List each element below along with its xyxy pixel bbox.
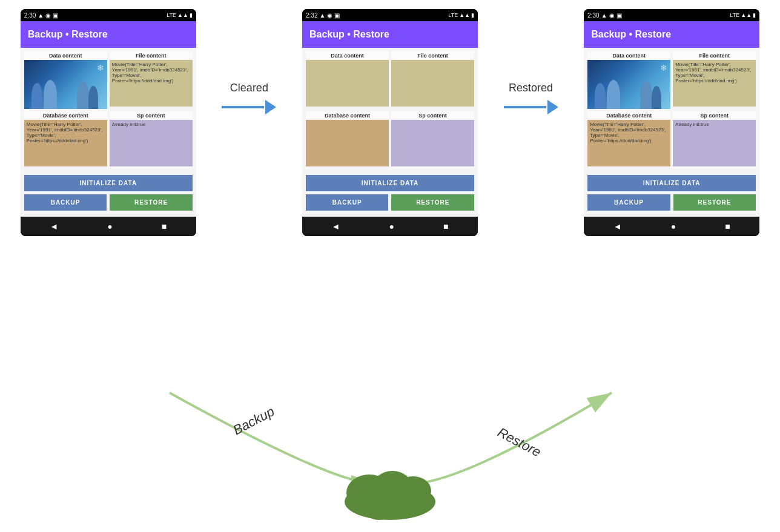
diagram-area: Backup Restore bbox=[0, 375, 780, 532]
data-content-cell-3: Data content ❄ bbox=[587, 51, 670, 109]
alert-icon-2: ▲ bbox=[319, 12, 325, 19]
signal-icon-2: ▲▲ bbox=[459, 12, 470, 18]
frozen-image-1: ❄ bbox=[24, 60, 107, 109]
back-btn-2[interactable]: ◄ bbox=[332, 222, 340, 231]
sp-content-cell-2: Sp content bbox=[391, 111, 474, 169]
cloud-bump-right bbox=[395, 476, 431, 505]
arrow-cleared: Cleared bbox=[213, 9, 285, 116]
time-3: 2:30 bbox=[587, 12, 599, 19]
file-content-label-2: File content bbox=[391, 51, 474, 60]
backup-text: Backup bbox=[231, 404, 277, 438]
sp-content-text-2 bbox=[391, 120, 474, 166]
back-btn-3[interactable]: ◄ bbox=[613, 222, 622, 231]
phone-content-3: Data content ❄ File content Movie(Title=… bbox=[584, 48, 759, 217]
main-container: 2:30 ▲ ◉ ▣ LTE ▲▲ ▮ Backup • Restore bbox=[0, 0, 780, 532]
time-1: 2:30 bbox=[24, 12, 36, 19]
db-content-cell-1: Database content Movie(Title='Harry Pott… bbox=[24, 111, 107, 169]
diagram-svg: Backup Restore bbox=[0, 375, 780, 532]
sp-content-cell-1: Sp content Already init:true bbox=[110, 111, 193, 169]
sp-content-cell-3: Sp content Already init:true bbox=[673, 111, 756, 169]
nav-bar-2: ◄ ● ■ bbox=[302, 217, 478, 236]
init-button-3[interactable]: INITIALIZE DATA bbox=[587, 175, 756, 191]
arrow-right-1 bbox=[222, 98, 276, 116]
snowflake-icon-1: ❄ bbox=[97, 63, 104, 73]
restore-button-2[interactable]: RESTORE bbox=[391, 194, 474, 211]
alert-icon-3: ▲ bbox=[601, 12, 607, 19]
sp-content-label-1: Sp content bbox=[110, 111, 193, 120]
backup-button-2[interactable]: BACKUP bbox=[306, 194, 389, 211]
home-btn-1[interactable]: ● bbox=[107, 222, 112, 231]
status-bar-1: 2:30 ▲ ◉ ▣ LTE ▲▲ ▮ bbox=[21, 9, 196, 21]
backup-button-1[interactable]: BACKUP bbox=[24, 194, 107, 211]
lte-2: LTE bbox=[448, 12, 458, 18]
db-content-text-3: Movie(Title='Harry Potter', Year='1991',… bbox=[587, 120, 670, 166]
db-content-text-1: Movie(Title='Harry Potter', Year='1991',… bbox=[24, 120, 107, 166]
location-icon-1: ◉ bbox=[45, 12, 51, 19]
status-left-1: 2:30 ▲ ◉ ▣ bbox=[24, 12, 58, 19]
app-bar-3: Backup • Restore bbox=[584, 21, 759, 48]
cloud-tail bbox=[366, 503, 391, 520]
restored-label: Restored bbox=[509, 82, 553, 94]
phone-2: 2:32 ▲ ◉ ▣ LTE ▲▲ ▮ Backup • Restore Dat… bbox=[302, 9, 478, 236]
restore-text: Restore bbox=[495, 424, 544, 459]
buttons-area-2: INITIALIZE DATA BACKUP RESTORE bbox=[306, 172, 474, 213]
file-content-label-3: File content bbox=[673, 51, 756, 60]
init-button-2[interactable]: INITIALIZE DATA bbox=[306, 175, 474, 191]
alert-icon-1: ▲ bbox=[38, 12, 44, 19]
signal-icon-1: ▲▲ bbox=[177, 12, 188, 18]
app-title-3: Backup • Restore bbox=[591, 29, 671, 40]
cast-icon-2: ▣ bbox=[334, 12, 340, 19]
status-bar-2: 2:32 ▲ ◉ ▣ LTE ▲▲ ▮ bbox=[302, 9, 478, 21]
data-content-text-2 bbox=[306, 60, 389, 107]
restore-button-3[interactable]: RESTORE bbox=[673, 194, 756, 211]
recent-btn-1[interactable]: ■ bbox=[162, 222, 167, 231]
status-left-2: 2:32 ▲ ◉ ▣ bbox=[306, 12, 340, 19]
battery-icon-1: ▮ bbox=[190, 12, 193, 18]
lte-1: LTE bbox=[167, 12, 176, 18]
file-content-label-1: File content bbox=[110, 51, 193, 60]
battery-icon-2: ▮ bbox=[471, 12, 474, 18]
data-content-label-2: Data content bbox=[306, 51, 389, 60]
db-content-label-3: Database content bbox=[587, 111, 670, 120]
file-content-cell-2: File content bbox=[391, 51, 474, 109]
status-right-1: LTE ▲▲ ▮ bbox=[167, 12, 193, 18]
recent-btn-2[interactable]: ■ bbox=[443, 222, 448, 231]
db-content-text-2 bbox=[306, 120, 389, 166]
app-title-2: Backup • Restore bbox=[309, 29, 389, 40]
status-right-2: LTE ▲▲ ▮ bbox=[448, 12, 474, 18]
status-bar-3: 2:30 ▲ ◉ ▣ LTE ▲▲ ▮ bbox=[584, 9, 759, 21]
btns-row-3: BACKUP RESTORE bbox=[587, 194, 756, 211]
sp-content-text-1: Already init:true bbox=[110, 120, 193, 166]
data-content-cell-1: Data content ❄ bbox=[24, 51, 107, 109]
cast-icon-1: ▣ bbox=[53, 12, 58, 19]
battery-icon-3: ▮ bbox=[753, 12, 756, 18]
db-content-cell-3: Database content Movie(Title='Harry Pott… bbox=[587, 111, 670, 169]
data-content-cell-2: Data content bbox=[306, 51, 389, 109]
lte-3: LTE bbox=[730, 12, 740, 18]
home-btn-2[interactable]: ● bbox=[389, 222, 394, 231]
btns-row-1: BACKUP RESTORE bbox=[24, 194, 193, 211]
arrow-right-2 bbox=[504, 98, 558, 116]
restore-button-1[interactable]: RESTORE bbox=[110, 194, 193, 211]
status-left-3: 2:30 ▲ ◉ ▣ bbox=[587, 12, 621, 19]
location-icon-2: ◉ bbox=[327, 12, 332, 19]
sp-content-label-3: Sp content bbox=[673, 111, 756, 120]
app-bar-2: Backup • Restore bbox=[302, 21, 478, 48]
phones-row: 2:30 ▲ ◉ ▣ LTE ▲▲ ▮ Backup • Restore bbox=[0, 0, 780, 242]
cloud-bump-mid bbox=[373, 471, 412, 502]
cloud-base bbox=[345, 484, 435, 520]
nav-bar-1: ◄ ● ■ bbox=[21, 217, 196, 236]
phone-content-1: Data content ❄ File content Movie(Title=… bbox=[21, 48, 196, 217]
init-button-1[interactable]: INITIALIZE DATA bbox=[24, 175, 193, 191]
backup-button-3[interactable]: BACKUP bbox=[587, 194, 670, 211]
recent-btn-3[interactable]: ■ bbox=[725, 222, 730, 231]
home-btn-3[interactable]: ● bbox=[671, 222, 676, 231]
data-content-label-1: Data content bbox=[24, 51, 107, 60]
status-right-3: LTE ▲▲ ▮ bbox=[730, 12, 756, 18]
time-2: 2:32 bbox=[306, 12, 317, 19]
buttons-area-3: INITIALIZE DATA BACKUP RESTORE bbox=[587, 172, 756, 213]
file-content-text-2 bbox=[391, 60, 474, 107]
back-btn-1[interactable]: ◄ bbox=[50, 222, 58, 231]
sp-content-label-2: Sp content bbox=[391, 111, 474, 120]
db-content-cell-2: Database content bbox=[306, 111, 389, 169]
